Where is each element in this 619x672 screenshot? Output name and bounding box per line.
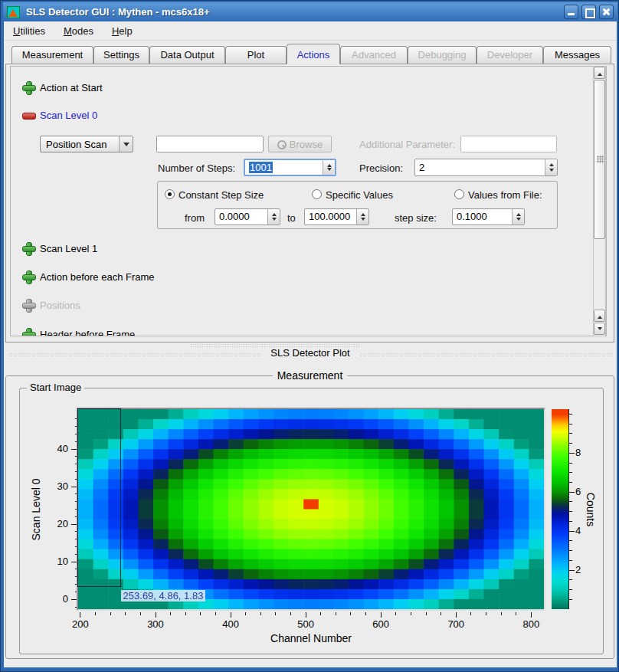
action-item-at-start[interactable]: Action at Start xyxy=(21,80,103,96)
x-minor-tick xyxy=(95,612,96,615)
tick-label: 300 xyxy=(140,618,171,630)
x-minor-tick xyxy=(125,612,126,615)
colorbar-major-tick xyxy=(569,492,575,493)
action-item-label: Header before Frame xyxy=(40,327,135,336)
colorbar-minor-tick xyxy=(569,540,572,541)
spin-buttons[interactable] xyxy=(267,209,280,225)
from-value: 0.0000 xyxy=(219,211,250,222)
menu-help[interactable]: Help xyxy=(112,25,133,37)
magnifier-icon xyxy=(277,140,286,149)
spin-buttons[interactable] xyxy=(356,209,368,225)
heatmap-canvas[interactable] xyxy=(78,409,544,609)
add-icon[interactable] xyxy=(21,327,35,336)
x-axis-tick-labels: 200300400500600700800 xyxy=(78,618,544,631)
steps-label: Number of Steps: xyxy=(158,162,235,174)
titlebar[interactable]: SLS Detector GUI : Mythen - mcs6x18+ xyxy=(3,2,617,21)
colorbar-axis-label: Counts xyxy=(585,493,597,526)
to-spinbox[interactable]: 100.0000 xyxy=(304,208,369,225)
vertical-scrollbar[interactable] xyxy=(593,66,606,336)
from-label: from xyxy=(185,212,205,224)
colorbar-minor-tick xyxy=(569,433,572,434)
scroll-down-button[interactable] xyxy=(594,323,605,335)
tab-advanced[interactable]: Advanced xyxy=(340,46,408,64)
tab-data-output[interactable]: Data Output xyxy=(149,46,225,64)
scroll-up-button[interactable] xyxy=(594,67,605,79)
additional-parameter-input[interactable] xyxy=(460,136,557,152)
colorbar-minor-tick xyxy=(569,501,572,502)
x-minor-tick xyxy=(501,612,502,615)
add-icon[interactable] xyxy=(21,241,35,255)
tab-debugging[interactable]: Debugging xyxy=(408,46,477,64)
minimize-button[interactable] xyxy=(564,5,578,19)
steps-spinbox[interactable]: 1001 xyxy=(244,159,336,176)
radio-specific-values[interactable] xyxy=(312,189,322,199)
tab-messages[interactable]: Messages xyxy=(543,46,611,64)
action-item-scan-level-1[interactable]: Scan Level 1 xyxy=(21,241,97,257)
colorbar-minor-tick xyxy=(569,414,572,415)
scan-script-input[interactable] xyxy=(156,136,264,152)
x-axis-label: Channel Number xyxy=(78,632,544,644)
plot-dock-title: SLS Detector Plot xyxy=(1,347,619,359)
tick-label: 600 xyxy=(365,618,396,630)
tab-plot[interactable]: Plot xyxy=(225,46,287,64)
x-minor-tick xyxy=(215,612,216,615)
menu-utilities[interactable]: Utilities xyxy=(13,25,45,37)
spin-buttons[interactable] xyxy=(323,160,335,175)
colorbar-minor-tick xyxy=(569,482,572,483)
x-minor-tick xyxy=(365,612,366,615)
cursor-position-tooltip: 253.69, 4.86, 1.83 xyxy=(121,590,206,602)
colorbar-major-tick xyxy=(569,531,575,532)
to-label: to xyxy=(287,212,296,224)
tick-label: 0 xyxy=(41,593,68,605)
tick-label: 700 xyxy=(441,618,471,630)
radio-values-from-file[interactable] xyxy=(454,189,464,199)
close-button[interactable] xyxy=(599,5,614,19)
add-icon[interactable] xyxy=(21,80,35,94)
colorbar-minor-tick xyxy=(569,424,572,425)
add-icon[interactable] xyxy=(21,270,35,284)
x-minor-tick xyxy=(320,612,321,615)
tab-developer[interactable]: Developer xyxy=(477,46,543,64)
spin-buttons[interactable] xyxy=(545,159,557,175)
tab-actions[interactable]: Actions xyxy=(287,44,340,64)
zoom-selection-rect[interactable] xyxy=(77,408,121,587)
precision-spinbox[interactable]: 2 xyxy=(414,159,558,176)
spin-buttons[interactable] xyxy=(512,209,524,225)
action-item-header-before-frame[interactable]: Header before Frame xyxy=(21,327,135,336)
from-spinbox[interactable]: 0.0000 xyxy=(215,208,280,225)
radio-constant-step-size[interactable] xyxy=(165,189,175,199)
colorbar-minor-tick xyxy=(569,472,572,473)
x-major-tick xyxy=(306,612,306,618)
remove-icon[interactable] xyxy=(21,108,35,122)
tab-settings[interactable]: Settings xyxy=(93,46,149,64)
browse-button[interactable]: Browse xyxy=(268,136,332,152)
window-title: SLS Detector GUI : Mythen - mcs6x18+ xyxy=(26,6,210,18)
scrollbar-thumb[interactable] xyxy=(594,80,605,239)
maximize-button[interactable] xyxy=(581,5,596,19)
radio-label: Constant Step Size xyxy=(178,189,264,201)
scroll-up-button-2[interactable] xyxy=(594,310,605,322)
add-icon-disabled xyxy=(21,298,35,312)
x-minor-tick xyxy=(110,612,111,615)
action-item-positions[interactable]: Positions xyxy=(21,298,80,313)
step-size-spinbox[interactable]: 0.1000 xyxy=(452,208,525,225)
x-minor-tick xyxy=(290,612,291,615)
plot-canvas-frame: 253.69, 4.86, 1.83 xyxy=(77,408,545,611)
colorbar-minor-tick xyxy=(569,443,572,444)
action-item-before-each-frame[interactable]: Action before each Frame xyxy=(21,270,155,285)
action-item-scan-level-0[interactable]: Scan Level 0 xyxy=(21,108,97,123)
x-minor-tick xyxy=(170,612,171,615)
x-major-tick xyxy=(231,612,231,618)
x-minor-tick xyxy=(350,612,351,615)
scan-mode-select[interactable]: Position Scan xyxy=(40,136,133,152)
tab-measurement[interactable]: Measurement xyxy=(11,46,93,64)
x-minor-tick xyxy=(516,612,516,615)
x-minor-tick xyxy=(426,612,427,615)
tick-label: 2 xyxy=(575,564,591,575)
application-window: SLS Detector GUI : Mythen - mcs6x18+ Uti… xyxy=(0,0,619,672)
tick-label: 800 xyxy=(516,618,546,630)
action-item-label: Action at Start xyxy=(40,80,103,95)
x-minor-tick xyxy=(245,612,246,615)
step-size-value: 0.1000 xyxy=(457,211,487,222)
menu-modes[interactable]: Modes xyxy=(64,25,93,37)
